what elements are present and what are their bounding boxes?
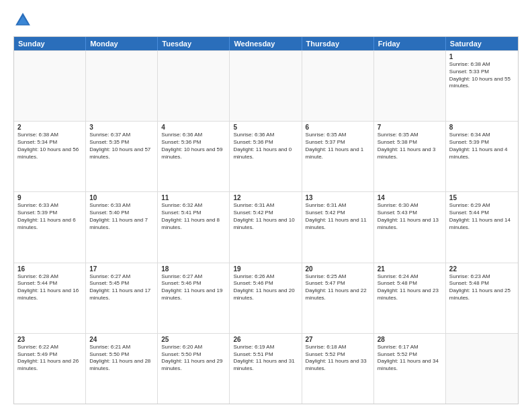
day-number: 16 — [17, 265, 82, 273]
calendar-cell — [14, 51, 86, 121]
calendar-header-cell: Sunday — [14, 37, 86, 50]
day-info: Sunrise: 6:33 AM Sunset: 5:40 PM Dayligh… — [89, 202, 154, 231]
calendar-cell — [158, 51, 230, 121]
day-number: 20 — [306, 265, 370, 273]
day-info: Sunrise: 6:36 AM Sunset: 5:36 PM Dayligh… — [233, 132, 298, 161]
calendar-cell: 17Sunrise: 6:27 AM Sunset: 5:45 PM Dayli… — [86, 263, 158, 333]
calendar-cell: 22Sunrise: 6:23 AM Sunset: 5:48 PM Dayli… — [446, 263, 518, 333]
day-number: 24 — [89, 336, 154, 343]
calendar-cell: 7Sunrise: 6:35 AM Sunset: 5:38 PM Daylig… — [374, 122, 446, 191]
day-number: 28 — [378, 336, 442, 343]
day-number: 25 — [161, 336, 226, 343]
day-info: Sunrise: 6:34 AM Sunset: 5:39 PM Dayligh… — [449, 132, 515, 161]
day-info: Sunrise: 6:28 AM Sunset: 5:44 PM Dayligh… — [17, 273, 82, 302]
day-number: 11 — [161, 194, 226, 201]
day-info: Sunrise: 6:31 AM Sunset: 5:42 PM Dayligh… — [306, 202, 370, 231]
day-info: Sunrise: 6:17 AM Sunset: 5:52 PM Dayligh… — [378, 344, 442, 373]
day-number: 18 — [161, 265, 226, 273]
calendar-cell: 21Sunrise: 6:24 AM Sunset: 5:48 PM Dayli… — [374, 263, 446, 333]
day-info: Sunrise: 6:33 AM Sunset: 5:39 PM Dayligh… — [17, 202, 82, 231]
calendar-cell: 11Sunrise: 6:32 AM Sunset: 5:41 PM Dayli… — [158, 192, 230, 262]
calendar-cell: 10Sunrise: 6:33 AM Sunset: 5:40 PM Dayli… — [86, 192, 158, 262]
day-number: 12 — [233, 194, 298, 201]
calendar-cell — [446, 334, 518, 404]
calendar-cell: 27Sunrise: 6:18 AM Sunset: 5:52 PM Dayli… — [302, 334, 374, 404]
day-number: 7 — [378, 124, 442, 131]
day-info: Sunrise: 6:24 AM Sunset: 5:48 PM Dayligh… — [378, 273, 442, 302]
day-number: 15 — [449, 194, 515, 201]
calendar-cell: 6Sunrise: 6:35 AM Sunset: 5:37 PM Daylig… — [302, 122, 374, 191]
header — [13, 11, 519, 30]
day-info: Sunrise: 6:36 AM Sunset: 5:36 PM Dayligh… — [161, 132, 226, 161]
calendar-cell: 19Sunrise: 6:26 AM Sunset: 5:46 PM Dayli… — [230, 263, 302, 333]
day-number: 5 — [233, 124, 298, 131]
calendar-header-cell: Monday — [86, 37, 158, 50]
day-info: Sunrise: 6:30 AM Sunset: 5:43 PM Dayligh… — [378, 202, 442, 231]
day-number: 23 — [17, 336, 82, 343]
calendar-cell: 18Sunrise: 6:27 AM Sunset: 5:46 PM Dayli… — [158, 263, 230, 333]
day-number: 2 — [17, 124, 82, 131]
day-number: 6 — [306, 124, 370, 131]
calendar-cell: 26Sunrise: 6:19 AM Sunset: 5:51 PM Dayli… — [230, 334, 302, 404]
day-number: 3 — [89, 124, 154, 131]
day-number: 19 — [233, 265, 298, 273]
day-info: Sunrise: 6:35 AM Sunset: 5:38 PM Dayligh… — [378, 132, 442, 161]
calendar-header-cell: Saturday — [446, 37, 518, 50]
day-info: Sunrise: 6:26 AM Sunset: 5:46 PM Dayligh… — [233, 273, 298, 302]
calendar-week-row: 16Sunrise: 6:28 AM Sunset: 5:44 PM Dayli… — [14, 263, 518, 333]
calendar-cell — [374, 51, 446, 121]
day-info: Sunrise: 6:32 AM Sunset: 5:41 PM Dayligh… — [161, 202, 226, 231]
calendar-cell: 9Sunrise: 6:33 AM Sunset: 5:39 PM Daylig… — [14, 192, 86, 262]
logo-icon — [13, 11, 32, 30]
day-number: 1 — [449, 53, 515, 60]
day-number: 8 — [449, 124, 515, 131]
day-info: Sunrise: 6:19 AM Sunset: 5:51 PM Dayligh… — [233, 344, 298, 373]
calendar-cell: 3Sunrise: 6:37 AM Sunset: 5:35 PM Daylig… — [86, 122, 158, 191]
calendar-cell: 12Sunrise: 6:31 AM Sunset: 5:42 PM Dayli… — [230, 192, 302, 262]
day-number: 14 — [378, 194, 442, 201]
logo — [13, 11, 35, 30]
calendar-week-row: 1Sunrise: 6:38 AM Sunset: 5:33 PM Daylig… — [14, 50, 518, 121]
day-info: Sunrise: 6:18 AM Sunset: 5:52 PM Dayligh… — [306, 344, 370, 373]
day-info: Sunrise: 6:22 AM Sunset: 5:49 PM Dayligh… — [17, 344, 82, 373]
day-info: Sunrise: 6:38 AM Sunset: 5:33 PM Dayligh… — [449, 61, 515, 90]
day-info: Sunrise: 6:21 AM Sunset: 5:50 PM Dayligh… — [89, 344, 154, 373]
calendar-cell — [302, 51, 374, 121]
day-number: 21 — [378, 265, 442, 273]
calendar-cell: 8Sunrise: 6:34 AM Sunset: 5:39 PM Daylig… — [446, 122, 518, 191]
calendar-cell: 13Sunrise: 6:31 AM Sunset: 5:42 PM Dayli… — [302, 192, 374, 262]
calendar-cell: 28Sunrise: 6:17 AM Sunset: 5:52 PM Dayli… — [374, 334, 446, 404]
calendar-cell: 20Sunrise: 6:25 AM Sunset: 5:47 PM Dayli… — [302, 263, 374, 333]
day-info: Sunrise: 6:35 AM Sunset: 5:37 PM Dayligh… — [306, 132, 370, 161]
calendar-header-cell: Wednesday — [230, 37, 302, 50]
calendar-cell: 5Sunrise: 6:36 AM Sunset: 5:36 PM Daylig… — [230, 122, 302, 191]
calendar-cell: 23Sunrise: 6:22 AM Sunset: 5:49 PM Dayli… — [14, 334, 86, 404]
day-info: Sunrise: 6:31 AM Sunset: 5:42 PM Dayligh… — [233, 202, 298, 231]
calendar-header-row: SundayMondayTuesdayWednesdayThursdayFrid… — [14, 37, 518, 50]
calendar-cell: 16Sunrise: 6:28 AM Sunset: 5:44 PM Dayli… — [14, 263, 86, 333]
calendar-cell — [230, 51, 302, 121]
day-number: 27 — [306, 336, 370, 343]
calendar-week-row: 9Sunrise: 6:33 AM Sunset: 5:39 PM Daylig… — [14, 191, 518, 262]
day-number: 17 — [89, 265, 154, 273]
calendar-header-cell: Friday — [374, 37, 446, 50]
day-info: Sunrise: 6:38 AM Sunset: 5:34 PM Dayligh… — [17, 132, 82, 161]
day-number: 9 — [17, 194, 82, 201]
calendar-header-cell: Thursday — [302, 37, 374, 50]
day-info: Sunrise: 6:37 AM Sunset: 5:35 PM Dayligh… — [89, 132, 154, 161]
day-info: Sunrise: 6:27 AM Sunset: 5:45 PM Dayligh… — [89, 273, 154, 302]
calendar-cell: 15Sunrise: 6:29 AM Sunset: 5:44 PM Dayli… — [446, 192, 518, 262]
calendar-cell: 4Sunrise: 6:36 AM Sunset: 5:36 PM Daylig… — [158, 122, 230, 191]
calendar-cell — [86, 51, 158, 121]
calendar-week-row: 23Sunrise: 6:22 AM Sunset: 5:49 PM Dayli… — [14, 333, 518, 404]
day-info: Sunrise: 6:25 AM Sunset: 5:47 PM Dayligh… — [306, 273, 370, 302]
calendar-cell: 14Sunrise: 6:30 AM Sunset: 5:43 PM Dayli… — [374, 192, 446, 262]
calendar-body: 1Sunrise: 6:38 AM Sunset: 5:33 PM Daylig… — [14, 50, 518, 404]
day-number: 13 — [306, 194, 370, 201]
day-number: 22 — [449, 265, 515, 273]
day-info: Sunrise: 6:20 AM Sunset: 5:50 PM Dayligh… — [161, 344, 226, 373]
page: SundayMondayTuesdayWednesdayThursdayFrid… — [0, 0, 532, 411]
day-number: 26 — [233, 336, 298, 343]
calendar-cell: 24Sunrise: 6:21 AM Sunset: 5:50 PM Dayli… — [86, 334, 158, 404]
day-info: Sunrise: 6:23 AM Sunset: 5:48 PM Dayligh… — [449, 273, 515, 302]
